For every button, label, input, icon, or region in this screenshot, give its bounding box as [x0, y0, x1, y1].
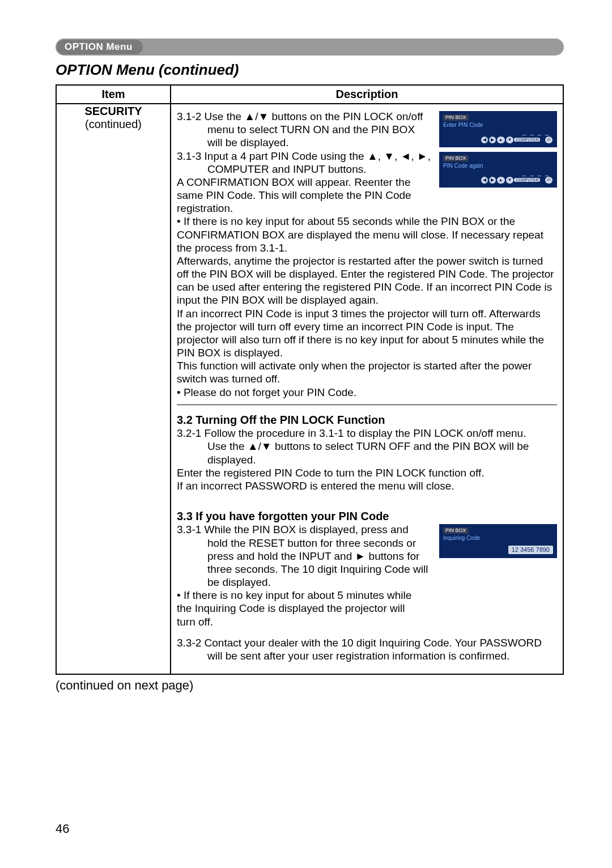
enter-icon: ⏎: [545, 177, 552, 184]
pinbox2-title: PIN BOX: [443, 155, 469, 161]
right-icon: ▶: [489, 177, 496, 184]
section-title: OPTION Menu (continued): [56, 61, 564, 79]
col-header-item: Item: [56, 85, 171, 104]
computer-icon: COMPUTER: [514, 178, 540, 182]
pinbox2-dashes: _ _ _ _: [443, 169, 553, 177]
pinbox1-dashes: _ _ _ _: [443, 129, 553, 136]
continued-next-page: (continued on next page): [56, 678, 564, 693]
step-3-3-1-line5: be displayed.: [177, 576, 557, 589]
left-icon: ◀: [481, 177, 488, 184]
bullet-5min: • If there is no key input for about 5 m…: [177, 589, 415, 628]
col-header-description: Description: [171, 85, 563, 104]
pinbox3-title: PIN BOX: [443, 527, 469, 534]
description-cell: PIN BOX Enter PIN Code _ _ _ _ ◀▶▲▼COMPU…: [171, 104, 563, 674]
pinbox2-icons: ◀▶▲▼COMPUTER / ⏎: [443, 177, 553, 184]
step-3-2-1-line3: displayed.: [177, 453, 557, 466]
computer-icon: COMPUTER: [514, 138, 540, 142]
item-name: SECURITY: [57, 105, 169, 118]
bullet-forget: • Please do not forget your PIN Code.: [177, 386, 557, 399]
tab-label: OPTION Menu: [57, 40, 143, 54]
down-icon: ▼: [506, 137, 514, 143]
pinbox2-sub: PIN Code again: [443, 163, 553, 169]
para-wrong-pw: If an incorrect PASSWORD is entered the …: [177, 479, 557, 492]
up-icon: ▲: [497, 137, 505, 143]
header-tab-bar: OPTION Menu: [56, 39, 564, 56]
step-3-3-2-line2: will be sent after your user registratio…: [177, 649, 557, 662]
bullet-55s: • If there is no key input for about 55 …: [177, 215, 557, 254]
pin-box-enter-image: PIN BOX Enter PIN Code _ _ _ _ ◀▶▲▼COMPU…: [439, 111, 557, 147]
para-afterwards: Afterwards, anytime the projector is res…: [177, 254, 557, 307]
heading-3-3: 3.3 If you have forgotten your PIN Code: [177, 509, 557, 523]
up-icon: ▲: [497, 177, 505, 184]
option-menu-table: Item Description SECURITY (continued) PI…: [56, 84, 564, 675]
divider-1: [177, 405, 557, 405]
step-3-2-1-line1: 3.2-1 Follow the procedure in 3.1-1 to d…: [177, 427, 557, 440]
heading-3-2: 3.2 Turning Off the PIN LOCK Function: [177, 413, 557, 427]
down-icon: ▼: [506, 177, 514, 184]
pinbox3-code: 12 3456 7890: [508, 546, 553, 554]
left-icon: ◀: [481, 137, 488, 143]
para-enter-pin: Enter the registered PIN Code to turn th…: [177, 466, 557, 479]
item-cell-security: SECURITY (continued): [56, 104, 171, 674]
pin-box-again-image: PIN BOX PIN Code again _ _ _ _ ◀▶▲▼COMPU…: [439, 152, 557, 188]
right-icon: ▶: [489, 137, 496, 143]
para-activate: This function will activate only when th…: [177, 359, 557, 385]
pinbox1-title: PIN BOX: [443, 114, 469, 121]
enter-icon: ⏎: [545, 137, 552, 143]
pinbox3-sub: Inquiring Code: [443, 535, 553, 542]
step-3-2-1-line2: Use the ▲/▼ buttons to select TURN OFF a…: [177, 440, 557, 453]
item-sub: (continued): [57, 118, 169, 131]
step-3-1-3-line5: registration.: [177, 202, 557, 215]
pinbox1-icons: ◀▶▲▼COMPUTER / ⏎: [443, 137, 553, 143]
pinbox1-sub: Enter PIN Code: [443, 122, 553, 129]
step-3-3-2-line1: 3.3-2 Contact your dealer with the 10 di…: [177, 636, 557, 649]
page-number: 46: [56, 822, 69, 836]
para-3times: If an incorrect PIN Code is input 3 time…: [177, 307, 557, 360]
step-3-1-3-line4: same PIN Code. This will complete the PI…: [177, 189, 557, 202]
step-3-3-1-line4: three seconds. The 10 digit Inquiring Co…: [177, 563, 557, 576]
pin-box-inquiring-image: PIN BOX Inquiring Code 12 3456 7890: [439, 524, 557, 558]
